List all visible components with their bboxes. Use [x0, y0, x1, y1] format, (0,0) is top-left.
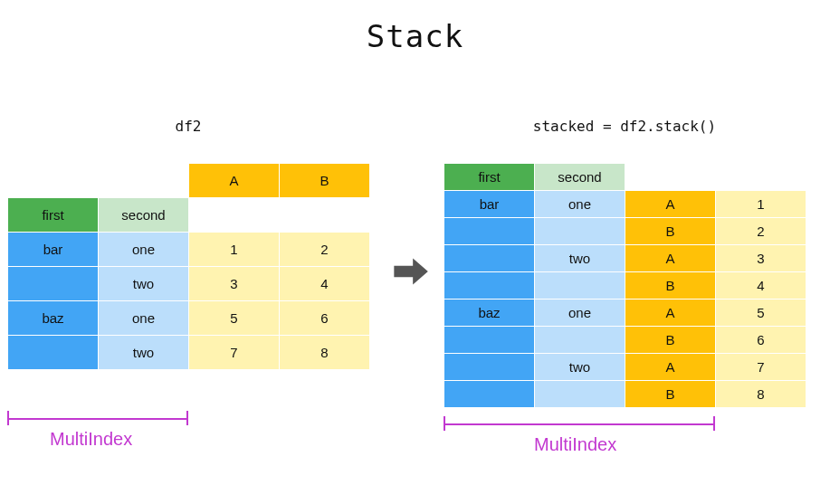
table-row: B 8: [444, 381, 806, 408]
table-row: B 6: [444, 327, 806, 354]
index-first: [8, 267, 99, 301]
index-second: one: [99, 233, 189, 267]
blank-cell: [625, 164, 716, 191]
data-cell: 5: [716, 300, 806, 327]
stacked-key: A: [625, 191, 716, 218]
stacked-key: B: [625, 218, 716, 245]
blank-cell: [99, 164, 189, 198]
index-first: bar: [444, 191, 535, 218]
data-cell: 5: [189, 301, 280, 336]
col-header-B: B: [280, 164, 370, 198]
blank-cell: [280, 198, 370, 233]
col-header-A: A: [189, 164, 280, 198]
table-row: baz one 5 6: [8, 301, 370, 336]
right-caption: stacked = df2.stack(): [444, 118, 806, 135]
index-first: [444, 381, 535, 408]
stacked-table: first second bar one A 1 B 2 two A 3 B 4…: [444, 163, 806, 408]
data-cell: 8: [280, 336, 370, 370]
index-first: baz: [8, 301, 99, 336]
index-name-first: first: [8, 198, 99, 233]
df2-table: A B first second bar one 1 2 two 3 4 baz…: [7, 163, 370, 370]
index-second: one: [535, 300, 625, 327]
index-second: two: [99, 336, 189, 370]
table-row: B 4: [444, 272, 806, 300]
table-row: A B: [8, 164, 370, 198]
index-first: [8, 336, 99, 370]
table-row: first second: [444, 164, 806, 191]
multiindex-label-left: MultiIndex: [50, 429, 132, 450]
index-first: [444, 327, 535, 354]
data-cell: 1: [716, 191, 806, 218]
stacked-key: B: [625, 272, 716, 300]
stacked-key: A: [625, 245, 716, 272]
arrow-right-icon: [386, 249, 432, 294]
data-cell: 2: [716, 218, 806, 245]
index-first: baz: [444, 300, 535, 327]
index-second: [535, 218, 625, 245]
blank-cell: [716, 164, 806, 191]
index-name-second: second: [535, 164, 625, 191]
table-row: bar one 1 2: [8, 233, 370, 267]
index-second: two: [535, 245, 625, 272]
index-second: two: [535, 354, 625, 381]
index-first: [444, 245, 535, 272]
index-name-first: first: [444, 164, 535, 191]
index-second: [535, 327, 625, 354]
blank-cell: [8, 164, 99, 198]
data-cell: 2: [280, 233, 370, 267]
table-row: two 7 8: [8, 336, 370, 370]
table-row: bar one A 1: [444, 191, 806, 218]
table-row: two A 7: [444, 354, 806, 381]
index-first: [444, 272, 535, 300]
data-cell: 1: [189, 233, 280, 267]
table-row: two A 3: [444, 245, 806, 272]
table-row: two 3 4: [8, 267, 370, 301]
data-cell: 7: [716, 354, 806, 381]
data-cell: 6: [716, 327, 806, 354]
left-caption: df2: [7, 118, 369, 135]
multiindex-bracket-right: [444, 416, 715, 433]
table-row: B 2: [444, 218, 806, 245]
index-first: bar: [8, 233, 99, 267]
data-cell: 6: [280, 301, 370, 336]
data-cell: 3: [716, 245, 806, 272]
data-cell: 4: [280, 267, 370, 301]
stacked-key: B: [625, 327, 716, 354]
index-second: [535, 381, 625, 408]
blank-cell: [189, 198, 280, 233]
multiindex-bracket-left: [7, 411, 188, 427]
page-title: Stack: [0, 18, 830, 54]
index-first: [444, 354, 535, 381]
index-second: one: [99, 301, 189, 336]
index-name-second: second: [99, 198, 189, 233]
stacked-key: B: [625, 381, 716, 408]
index-second: [535, 272, 625, 300]
stacked-key: A: [625, 354, 716, 381]
data-cell: 3: [189, 267, 280, 301]
data-cell: 7: [189, 336, 280, 370]
index-first: [444, 218, 535, 245]
index-second: two: [99, 267, 189, 301]
data-cell: 8: [716, 381, 806, 408]
stacked-key: A: [625, 300, 716, 327]
multiindex-label-right: MultiIndex: [534, 434, 616, 455]
table-row: first second: [8, 198, 370, 233]
data-cell: 4: [716, 272, 806, 300]
table-row: baz one A 5: [444, 300, 806, 327]
index-second: one: [535, 191, 625, 218]
